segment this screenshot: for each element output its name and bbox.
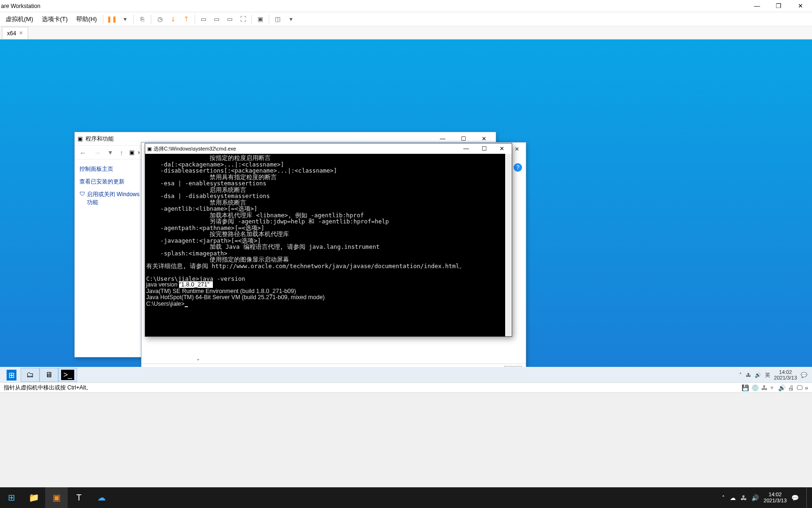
host-start-button[interactable]: ⊞ [0, 487, 23, 508]
host-app-vmware[interactable]: ▣ [45, 487, 68, 508]
tray-notifications-icon[interactable]: 💬 [801, 372, 807, 378]
show-desktop-button[interactable] [806, 487, 809, 508]
cmd-icon: ▣ [147, 146, 152, 152]
pf-window-icon: ▣ [78, 135, 83, 142]
host-app-text[interactable]: T [68, 487, 90, 508]
vm-device-icons[interactable]: 💾 💿 🖧 ᯤ 🔊 🖨 🖵 » [742, 384, 808, 391]
host-clock[interactable]: 14:02 2021/3/13 [764, 492, 787, 504]
menu-tabs[interactable]: 选项卡(T) [38, 13, 72, 25]
snapshot-icon[interactable]: ◷ [154, 13, 166, 25]
host-taskbar[interactable]: ⊞ 📁 ▣ T ☁ ˄ ☁ 🖧 🔊 14:02 2021/3/13 💬 [0, 487, 812, 508]
nav-forward-icon[interactable]: → [92, 149, 103, 157]
device-sound-icon[interactable]: 🔊 [778, 384, 786, 391]
help-icon[interactable]: ? [514, 163, 522, 172]
nav-up-icon[interactable]: ↑ [118, 149, 125, 157]
host-app-explorer[interactable]: 📁 [23, 487, 45, 508]
cmd-scrollbar[interactable] [505, 154, 512, 336]
cmd-title: 选择C:\Windows\system32\cmd.exe [154, 145, 236, 152]
cmd-maximize-button[interactable]: ☐ [476, 143, 492, 154]
snapshot-manager-icon[interactable]: ⤒ [180, 13, 192, 25]
layout-single-icon[interactable]: ▭ [197, 13, 210, 25]
cmd-close-button[interactable]: ✕ [494, 143, 510, 154]
pause-icon[interactable]: ❚❚ [106, 13, 118, 25]
nav-history-icon[interactable]: ▾ [107, 148, 114, 157]
device-cd-icon[interactable]: 💿 [751, 384, 759, 391]
device-network-icon[interactable]: 🖧 [761, 384, 767, 391]
host-maximize-button[interactable]: ❐ [768, 0, 789, 12]
vm-tab-strip: x64 ✕ [0, 26, 812, 40]
nav-back-icon[interactable]: ← [78, 149, 88, 157]
pause-dropdown-icon[interactable]: ▾ [119, 13, 131, 25]
tray-chevron-icon[interactable]: ˄ [722, 494, 725, 501]
pf-window-title: 程序和功能 [86, 135, 114, 143]
snapshot-revert-icon[interactable]: ⤓ [167, 13, 179, 25]
terminal-icon: >_ [61, 370, 74, 380]
tray-volume-icon[interactable]: 🔊 [755, 372, 761, 378]
host-window-titlebar: are Workstation — ❐ ✕ [0, 0, 812, 12]
folder-icon: 🗂 [26, 371, 34, 379]
host-app-other[interactable]: ☁ [90, 487, 113, 508]
device-chevron-icon[interactable]: » [805, 384, 808, 391]
cmd-output[interactable]: 按指定的粒度启用断言 -da[:<packagename>...|:<class… [145, 154, 505, 336]
device-printer-icon[interactable]: 🖨 [788, 384, 794, 391]
host-statusbar: 指针从虚拟机中移出或按 Ctrl+Alt。 💾 💿 🖧 ᯤ 🔊 🖨 🖵 » [0, 382, 812, 393]
vm-tab[interactable]: x64 ✕ [2, 27, 28, 39]
breadcrumb-separator: › [138, 149, 140, 156]
cmd-titlebar[interactable]: ▣ 选择C:\Windows\system32\cmd.exe — ☐ ✕ [145, 143, 512, 154]
tray-network-icon[interactable]: 🖧 [741, 494, 747, 501]
shield-icon: 🛡 [79, 190, 85, 197]
windows-icon: ⊞ [7, 370, 16, 381]
pf-sidebar: 控制面板主页 查看已安装的更新 🛡 启用或关闭 Windows 功能 [75, 161, 144, 357]
fullscreen-icon[interactable]: ⛶ [237, 13, 249, 25]
stretch-dropdown-icon[interactable]: ▾ [285, 13, 297, 25]
taskbar-start-button[interactable]: ⊞ [2, 368, 21, 382]
vm-clock[interactable]: 14:02 2021/3/13 [774, 369, 797, 381]
taskbar-app-control-panel[interactable]: 🖥 [39, 368, 58, 382]
control-panel-icon: 🖥 [45, 371, 53, 379]
host-status-hint: 指针从虚拟机中移出或按 Ctrl+Alt。 [4, 384, 92, 392]
tray-ime[interactable]: 英 [765, 372, 770, 379]
tray-network-icon[interactable]: 🖧 [746, 372, 751, 378]
tray-notifications-icon[interactable]: 💬 [791, 494, 799, 501]
host-system-tray[interactable]: ˄ ☁ 🖧 🔊 14:02 2021/3/13 💬 [722, 487, 812, 508]
layout-multi-icon[interactable]: ▭ [224, 13, 236, 25]
host-minimize-button[interactable]: — [746, 0, 768, 12]
windows-icon: ⊞ [8, 492, 15, 503]
host-close-button[interactable]: ✕ [789, 0, 811, 12]
device-usb-icon[interactable]: ᯤ [770, 384, 776, 391]
device-hdd-icon[interactable]: 💾 [742, 384, 749, 391]
host-menubar: 虚拟机(M) 选项卡(T) 帮助(H) ❚❚ ▾ ⎘ ◷ ⤓ ⤒ ▭ ▭ ▭ ⛶… [0, 12, 812, 26]
app-icon: ☁ [97, 492, 106, 503]
unity-icon[interactable]: ▣ [254, 13, 266, 25]
sidebar-windows-features-link[interactable]: 🛡 启用或关闭 Windows 功能 [79, 190, 140, 206]
tray-volume-icon[interactable]: 🔊 [751, 494, 759, 501]
cmd-window[interactable]: ▣ 选择C:\Windows\system32\cmd.exe — ☐ ✕ 按指… [145, 143, 512, 337]
sidebar-updates-link[interactable]: 查看已安装的更新 [79, 178, 140, 186]
send-ctrlaltdel-icon[interactable]: ⎘ [136, 13, 148, 25]
taskbar-app-cmd[interactable]: >_ [58, 368, 77, 382]
vmware-icon: ▣ [53, 492, 61, 503]
menu-vm[interactable]: 虚拟机(M) [2, 13, 37, 25]
vm-system-tray[interactable]: ˄ 🖧 🔊 英 14:02 2021/3/13 💬 [739, 369, 810, 381]
tab-close-icon[interactable]: ✕ [19, 30, 23, 36]
chevron-down-icon[interactable]: ⌄ [196, 356, 200, 362]
tray-onedrive-icon[interactable]: ☁ [730, 494, 736, 501]
vm-screen[interactable]: ▣ 程序和功能 — ☐ ✕ ← → ▾ ↑ ▣ › 控制面板… 控制面板主页 查… [0, 40, 812, 383]
cmd-minimize-button[interactable]: — [458, 143, 474, 154]
stretch-icon[interactable]: ◫ [272, 13, 284, 25]
folder-icon: 📁 [29, 492, 39, 503]
vm-tab-label: x64 [7, 30, 16, 37]
menu-help[interactable]: 帮助(H) [72, 13, 101, 25]
device-display-icon[interactable]: 🖵 [796, 384, 803, 391]
host-window-title: are Workstation [1, 3, 40, 9]
nav-refresh-icon[interactable]: ▣ [129, 149, 134, 156]
text-icon: T [77, 493, 82, 503]
tray-chevron-icon[interactable]: ˄ [739, 372, 742, 378]
taskbar-app-explorer[interactable]: 🗂 [21, 368, 39, 382]
vm-taskbar[interactable]: ⊞ 🗂 🖥 >_ ˄ 🖧 🔊 英 14:02 2021/3/13 💬 [0, 367, 812, 383]
sidebar-home-link[interactable]: 控制面板主页 [79, 165, 140, 173]
layout-console-icon[interactable]: ▭ [211, 13, 223, 25]
